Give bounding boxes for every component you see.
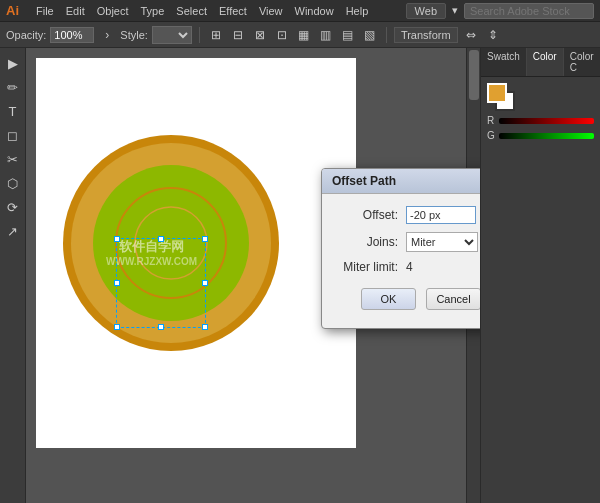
dialog-joins-row: Joins: Miter Round Bevel xyxy=(336,232,480,252)
dialog-body: Offset: Joins: Miter Round Bevel Miter l… xyxy=(322,194,480,328)
dialog-buttons: OK Cancel xyxy=(336,282,480,318)
toolbar-icon-6[interactable]: ▥ xyxy=(317,26,335,44)
miter-label: Miter limit: xyxy=(336,260,406,274)
handle-bl[interactable] xyxy=(114,324,120,330)
menu-select[interactable]: Select xyxy=(171,3,212,19)
toolbar-icon-3[interactable]: ⊠ xyxy=(251,26,269,44)
opacity-input[interactable] xyxy=(50,27,94,43)
cancel-button[interactable]: Cancel xyxy=(426,288,480,310)
handle-br[interactable] xyxy=(202,324,208,330)
miter-value: 4 xyxy=(406,260,413,274)
tool-pen[interactable]: ✏ xyxy=(2,76,24,98)
g-slider[interactable] xyxy=(499,133,594,139)
ok-button[interactable]: OK xyxy=(361,288,416,310)
menu-file[interactable]: File xyxy=(31,3,59,19)
transform-button[interactable]: Transform xyxy=(394,27,458,43)
handle-ml[interactable] xyxy=(114,280,120,286)
scroll-thumb-vertical[interactable] xyxy=(469,50,479,100)
tab-color-c[interactable]: Color C xyxy=(564,48,600,76)
menu-bar: Ai File Edit Object Type Select Effect V… xyxy=(0,0,600,22)
workspace-arrow: ▾ xyxy=(452,4,458,17)
menu-help[interactable]: Help xyxy=(341,3,374,19)
fg-bg-color-box xyxy=(487,83,517,111)
handle-mr[interactable] xyxy=(202,280,208,286)
menu-bar-right: Web ▾ xyxy=(406,3,594,19)
dialog-offset-row: Offset: xyxy=(336,206,480,224)
panel-content: R G xyxy=(481,77,600,503)
tool-select[interactable]: ▶ xyxy=(2,52,24,74)
tool-scissors[interactable]: ✂ xyxy=(2,148,24,170)
tool-rotate[interactable]: ⟳ xyxy=(2,196,24,218)
opacity-arrow[interactable]: › xyxy=(98,26,116,44)
align-icon[interactable]: ⇔ xyxy=(462,26,480,44)
tool-rect[interactable]: ◻ xyxy=(2,124,24,146)
color-row-g: G xyxy=(487,130,594,141)
r-slider[interactable] xyxy=(499,118,594,124)
menu-view[interactable]: View xyxy=(254,3,288,19)
search-input[interactable] xyxy=(464,3,594,19)
joins-select[interactable]: Miter Round Bevel xyxy=(406,232,478,252)
handle-bm[interactable] xyxy=(158,324,164,330)
offset-path-dialog: Offset Path Offset: Joins: Miter Round B… xyxy=(321,168,480,329)
distribute-icon[interactable]: ⇕ xyxy=(484,26,502,44)
r-label: R xyxy=(487,115,495,126)
style-select[interactable] xyxy=(152,26,192,44)
workspace-button[interactable]: Web xyxy=(406,3,446,19)
menu-type[interactable]: Type xyxy=(136,3,170,19)
fg-color-box[interactable] xyxy=(487,83,507,103)
panel-tabs: Swatch Color Color C xyxy=(481,48,600,77)
handle-tr[interactable] xyxy=(202,236,208,242)
main-layout: ▶ ✏ T ◻ ✂ ⬡ ⟳ ↗ xyxy=(0,48,600,503)
menu-items: File Edit Object Type Select Effect View… xyxy=(31,3,398,19)
app-logo: Ai xyxy=(6,3,19,18)
tab-color[interactable]: Color xyxy=(527,48,564,76)
toolbar-icon-2[interactable]: ⊟ xyxy=(229,26,247,44)
selection-box xyxy=(116,238,206,328)
tab-swatch[interactable]: Swatch xyxy=(481,48,527,76)
menu-edit[interactable]: Edit xyxy=(61,3,90,19)
toolbar-divider-1 xyxy=(199,27,200,43)
canvas-area: 软件自学网 WWW.RJZXW.COM Offset Path Offset: … xyxy=(26,48,480,503)
handle-tl[interactable] xyxy=(114,236,120,242)
tool-text[interactable]: T xyxy=(2,100,24,122)
offset-label: Offset: xyxy=(336,208,406,222)
right-panel: Swatch Color Color C R G xyxy=(480,48,600,503)
canvas-white xyxy=(36,58,356,448)
toolbar-divider-2 xyxy=(386,27,387,43)
tool-shape[interactable]: ⬡ xyxy=(2,172,24,194)
menu-effect[interactable]: Effect xyxy=(214,3,252,19)
dialog-miter-row: Miter limit: 4 xyxy=(336,260,480,274)
dialog-title: Offset Path xyxy=(322,169,480,194)
toolbar: Opacity: › Style: ⊞ ⊟ ⊠ ⊡ ▦ ▥ ▤ ▧ Transf… xyxy=(0,22,600,48)
menu-object[interactable]: Object xyxy=(92,3,134,19)
style-label: Style: xyxy=(120,29,148,41)
toolbar-icon-8[interactable]: ▧ xyxy=(361,26,379,44)
toolbar-icon-7[interactable]: ▤ xyxy=(339,26,357,44)
tool-zoom[interactable]: ↗ xyxy=(2,220,24,242)
joins-label: Joins: xyxy=(336,235,406,249)
handle-tm[interactable] xyxy=(158,236,164,242)
toolbar-icon-5[interactable]: ▦ xyxy=(295,26,313,44)
opacity-label: Opacity: xyxy=(6,29,46,41)
g-label: G xyxy=(487,130,495,141)
color-row-r: R xyxy=(487,115,594,126)
menu-window[interactable]: Window xyxy=(290,3,339,19)
toolbar-icon-4[interactable]: ⊡ xyxy=(273,26,291,44)
left-tools-panel: ▶ ✏ T ◻ ✂ ⬡ ⟳ ↗ xyxy=(0,48,26,503)
toolbar-icon-1[interactable]: ⊞ xyxy=(207,26,225,44)
offset-input[interactable] xyxy=(406,206,476,224)
